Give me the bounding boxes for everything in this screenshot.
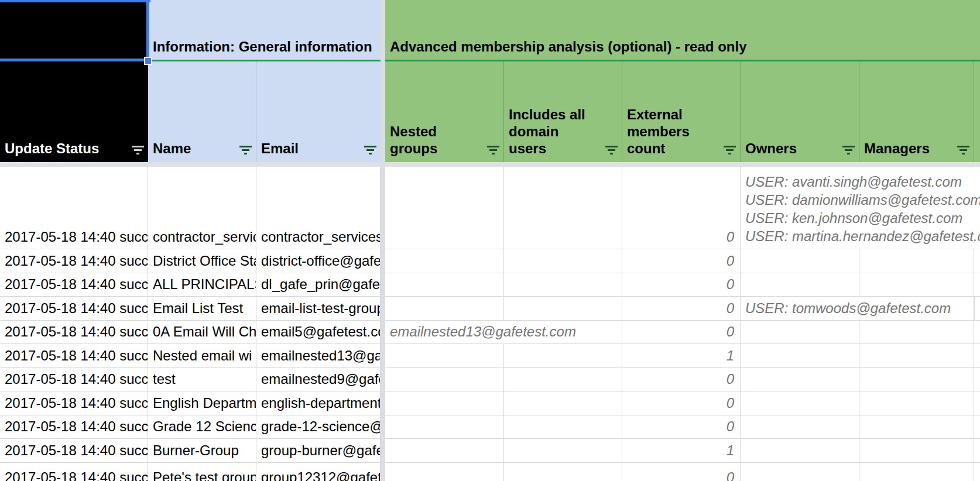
cell-name[interactable]: English Department bbox=[148, 391, 256, 415]
cell-sliver[interactable] bbox=[974, 368, 980, 392]
cell-includes-all[interactable] bbox=[504, 249, 622, 273]
cell-nested-groups[interactable] bbox=[385, 415, 504, 439]
cell-email[interactable]: dl_gafe_prin@gafet bbox=[256, 273, 381, 297]
cell-includes-all[interactable] bbox=[504, 344, 622, 368]
cell-owners[interactable]: USER: tomwoods@gafetest.com bbox=[741, 297, 974, 321]
cell-managers[interactable] bbox=[859, 273, 974, 297]
cell-owners[interactable] bbox=[741, 321, 859, 345]
filter-icon[interactable] bbox=[239, 146, 252, 154]
header-includes-all-domain-users[interactable]: Includes all domain users bbox=[504, 61, 622, 162]
header-name[interactable]: Name bbox=[148, 61, 256, 162]
filter-icon[interactable] bbox=[723, 146, 736, 154]
cell-managers[interactable] bbox=[859, 368, 974, 392]
cell-owners[interactable]: USER: avanti.singh@gafetest.com USER: da… bbox=[741, 167, 980, 249]
cell-managers[interactable] bbox=[859, 463, 974, 481]
cell-nested-groups[interactable] bbox=[385, 391, 504, 415]
cell-sliver[interactable] bbox=[974, 297, 980, 321]
cell-sliver[interactable] bbox=[974, 439, 980, 463]
cell-email[interactable]: email5@gafetest.co bbox=[256, 321, 381, 345]
frozen-pane-divider-bar[interactable] bbox=[381, 0, 385, 481]
cell-nested-groups[interactable] bbox=[385, 439, 504, 463]
cell-email[interactable]: emailnested9@gafe bbox=[256, 368, 381, 392]
cell-managers[interactable] bbox=[859, 321, 974, 345]
header-email[interactable]: Email bbox=[256, 61, 381, 162]
cell-managers[interactable] bbox=[859, 439, 974, 463]
cell-includes-all[interactable] bbox=[504, 273, 622, 297]
header-nested-groups[interactable]: Nested groups bbox=[385, 61, 504, 162]
filter-icon[interactable] bbox=[842, 146, 855, 154]
cell-update-status[interactable]: 2017-05-18 14:40 success bbox=[0, 391, 148, 415]
cell-email[interactable]: group12312@gafet bbox=[256, 463, 381, 481]
cell-name[interactable]: Email List Test bbox=[148, 297, 256, 321]
cell-external-count[interactable]: 0 bbox=[622, 249, 741, 273]
cell-nested-groups[interactable] bbox=[385, 249, 504, 273]
cell-includes-all[interactable] bbox=[504, 391, 622, 415]
filter-icon[interactable] bbox=[364, 146, 376, 154]
cell-external-count[interactable]: 1 bbox=[622, 439, 741, 463]
header-update-status[interactable]: Update Status bbox=[0, 61, 148, 162]
cell-sliver[interactable] bbox=[974, 344, 980, 368]
cell-email[interactable]: group-burner@gafe bbox=[256, 439, 381, 463]
header-managers[interactable]: Managers bbox=[859, 61, 974, 162]
cell-name[interactable]: District Office Staff bbox=[148, 249, 256, 273]
cell-managers[interactable] bbox=[859, 391, 974, 415]
cell-nested-groups[interactable]: emailnested13@gafetest.com bbox=[385, 321, 622, 345]
cell-includes-all[interactable] bbox=[504, 439, 622, 463]
filter-icon[interactable] bbox=[957, 146, 969, 154]
cell-managers[interactable] bbox=[859, 415, 974, 439]
cell-a1-selected[interactable] bbox=[0, 0, 148, 60]
cell-update-status[interactable]: 2017-05-18 14:40 success bbox=[0, 167, 148, 249]
cell-update-status[interactable]: 2017-05-18 14:40 success bbox=[0, 273, 148, 297]
cell-update-status[interactable]: 2017-05-18 14:40 success bbox=[0, 344, 148, 368]
cell-email[interactable]: emailnested13@gaf bbox=[256, 344, 381, 368]
cell-includes-all[interactable] bbox=[504, 297, 622, 321]
cell-includes-all[interactable] bbox=[504, 368, 622, 392]
cell-includes-all[interactable] bbox=[504, 415, 622, 439]
header-external-members-count[interactable]: External members count bbox=[622, 61, 741, 162]
cell-external-count[interactable]: 0 bbox=[622, 391, 741, 415]
cell-update-status[interactable]: 2017-05-18 14:40 success bbox=[0, 368, 148, 392]
cell-name[interactable]: contractor_services bbox=[148, 167, 256, 249]
cell-sliver[interactable] bbox=[974, 415, 980, 439]
cell-owners[interactable] bbox=[741, 368, 859, 392]
cell-email[interactable]: email-list-test-group bbox=[256, 297, 381, 321]
cell-external-count[interactable]: 0 bbox=[622, 297, 741, 321]
cell-owners[interactable] bbox=[741, 415, 859, 439]
cell-update-status[interactable]: 2017-05-18 14:40 success bbox=[0, 463, 148, 481]
header-owners[interactable]: Owners bbox=[741, 61, 859, 162]
cell-nested-groups[interactable] bbox=[385, 297, 504, 321]
cell-email[interactable]: grade-12-science@g bbox=[256, 415, 381, 439]
cell-sliver[interactable] bbox=[974, 273, 980, 297]
cell-update-status[interactable]: 2017-05-18 14:40 success bbox=[0, 439, 148, 463]
cell-update-status[interactable]: 2017-05-18 14:40 success bbox=[0, 415, 148, 439]
cell-includes-all[interactable] bbox=[504, 463, 622, 481]
cell-external-count[interactable]: 0 bbox=[622, 321, 741, 345]
cell-managers[interactable] bbox=[859, 344, 974, 368]
cell-owners[interactable] bbox=[741, 249, 859, 273]
cell-owners[interactable] bbox=[741, 391, 859, 415]
cell-sliver[interactable] bbox=[974, 463, 980, 481]
cell-owners[interactable] bbox=[741, 344, 859, 368]
cell-nested-groups[interactable] bbox=[385, 463, 504, 481]
cell-email[interactable]: english-department bbox=[256, 391, 381, 415]
cell-update-status[interactable]: 2017-05-18 14:40 success bbox=[0, 249, 148, 273]
cell-owners[interactable] bbox=[741, 463, 859, 481]
cell-sliver[interactable] bbox=[974, 391, 980, 415]
cell-external-count[interactable]: 1 bbox=[622, 344, 741, 368]
cell-update-status[interactable]: 2017-05-18 14:40 success bbox=[0, 297, 148, 321]
cell-owners[interactable] bbox=[741, 439, 859, 463]
section-title-advanced[interactable]: Advanced membership analysis (optional) … bbox=[385, 0, 980, 60]
cell-name[interactable]: Burner-Group bbox=[148, 439, 256, 463]
selection-fill-handle[interactable] bbox=[144, 57, 152, 65]
cell-owners[interactable] bbox=[741, 273, 859, 297]
cell-name[interactable]: test bbox=[148, 368, 256, 392]
cell-external-count[interactable]: 0 bbox=[622, 463, 741, 481]
cell-sliver[interactable] bbox=[974, 321, 980, 345]
cell-external-count[interactable]: 0 bbox=[622, 368, 741, 392]
cell-includes-all[interactable] bbox=[504, 167, 622, 249]
cell-name[interactable]: ALL PRINCIPALS bbox=[148, 273, 256, 297]
cell-nested-groups[interactable] bbox=[385, 167, 504, 249]
section-title-information[interactable]: Information: General information bbox=[148, 0, 381, 60]
cell-external-count[interactable]: 0 bbox=[622, 167, 741, 249]
cell-email[interactable]: contractor_services@g bbox=[256, 167, 381, 249]
